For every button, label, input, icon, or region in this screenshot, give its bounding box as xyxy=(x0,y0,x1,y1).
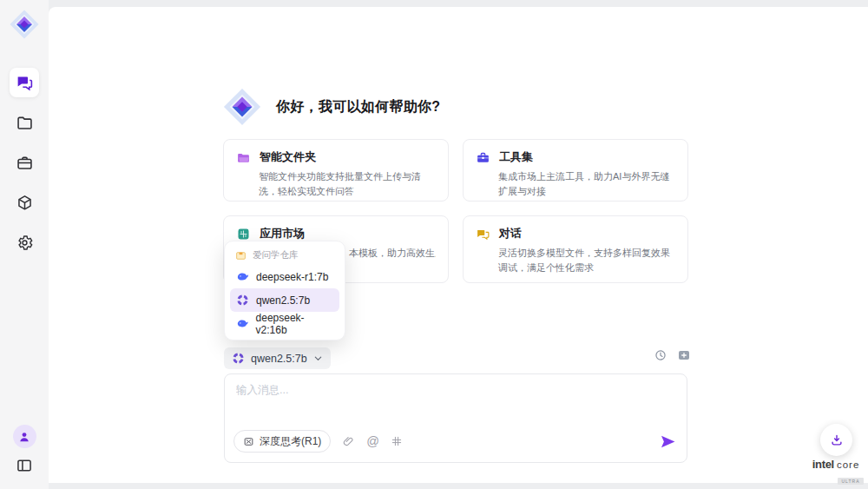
history-button[interactable] xyxy=(653,347,667,362)
model-option-label: deepseek-v2:16b xyxy=(256,312,333,336)
sidebar-item-chat[interactable] xyxy=(10,68,39,97)
intel-brand-text: intel xyxy=(812,458,834,471)
message-input[interactable] xyxy=(236,383,674,426)
composer-toolbar: 深度思考(R1) @ xyxy=(233,430,676,453)
sidebar-item-models[interactable] xyxy=(10,188,39,217)
intel-family-text: core xyxy=(837,459,859,470)
model-option-qwen[interactable]: qwen2.5:7b xyxy=(230,288,339,312)
qwen-icon xyxy=(232,352,245,365)
card-title: 智能文件夹 xyxy=(260,149,316,165)
sidebar-item-toolbox[interactable] xyxy=(10,148,39,177)
user-avatar[interactable] xyxy=(13,425,36,448)
model-dropdown: 爱问学仓库 deepseek-r1:7b qwen2.5:7b deepseek… xyxy=(224,241,345,340)
model-group-header: 爱问学仓库 xyxy=(230,246,339,265)
attach-button[interactable] xyxy=(342,435,355,448)
send-button[interactable] xyxy=(660,433,676,450)
deep-think-toggle[interactable]: 深度思考(R1) xyxy=(233,430,331,453)
toolset-icon xyxy=(476,150,490,165)
folder-icon xyxy=(16,114,34,132)
user-icon xyxy=(17,430,31,444)
intel-tier-label: ULTRA xyxy=(838,478,863,485)
card-description: 智能文件夹功能支持批量文件上传与清洗，轻松实现文件问答 xyxy=(259,169,436,199)
repository-icon xyxy=(235,250,247,261)
model-group-label: 爱问学仓库 xyxy=(253,249,299,261)
sidebar-toggle[interactable] xyxy=(13,454,36,477)
mention-button[interactable]: @ xyxy=(366,435,379,448)
gem-logo-icon xyxy=(9,9,40,40)
model-option-label: qwen2.5:7b xyxy=(256,294,310,307)
card-title: 工具集 xyxy=(499,149,533,165)
at-icon: @ xyxy=(366,435,379,448)
model-selector-value: qwen2.5:7b xyxy=(251,353,307,365)
cube-icon xyxy=(16,194,34,212)
chat-actions xyxy=(653,347,691,362)
model-option-label: deepseek-r1:7b xyxy=(256,271,328,283)
history-clock-icon xyxy=(654,348,667,362)
app-window: 你好，我可以如何帮助你? 智能文件夹 智能文件夹功能支持批量文件上传与清洗，轻松… xyxy=(0,0,868,489)
download-button[interactable] xyxy=(820,424,852,456)
greeting-title: 你好，我可以如何帮助你? xyxy=(276,98,440,116)
app-logo xyxy=(7,7,42,42)
sidebar-item-settings[interactable] xyxy=(10,228,39,257)
gem-logo-icon xyxy=(222,87,262,127)
card-title: 对话 xyxy=(499,226,522,241)
deepseek-icon xyxy=(236,317,249,330)
gear-icon xyxy=(16,234,34,252)
new-chat-button[interactable] xyxy=(676,347,691,362)
sidebar-bottom xyxy=(0,425,49,477)
greeting: 你好，我可以如何帮助你? xyxy=(222,87,440,127)
model-option-deepseek-r1[interactable]: deepseek-r1:7b xyxy=(230,265,339,288)
download-icon xyxy=(829,433,845,448)
card-description: 灵活切换多模型文件，支持多样回复效果调试，满足个性化需求 xyxy=(498,246,675,275)
new-chat-plus-icon xyxy=(677,348,691,362)
card-toolset[interactable]: 工具集 集成市场上主流工具，助力AI与外界无缝扩展与对接 xyxy=(463,139,688,202)
app-market-icon xyxy=(236,227,251,241)
deep-think-label: 深度思考(R1) xyxy=(260,434,321,449)
card-dialogue[interactable]: 对话 灵活切换多模型文件，支持多样回复效果调试，满足个性化需求 xyxy=(463,215,688,283)
model-option-deepseek-v2[interactable]: deepseek-v2:16b xyxy=(230,312,339,335)
chevron-down-icon xyxy=(313,354,323,363)
hash-grid-icon xyxy=(391,435,403,447)
prompt-grid-button[interactable] xyxy=(391,435,403,447)
briefcase-icon xyxy=(16,154,34,172)
card-smart-folder[interactable]: 智能文件夹 智能文件夹功能支持批量文件上传与清洗，轻松实现文件问答 xyxy=(223,139,449,202)
paperclip-icon xyxy=(342,435,355,448)
smart-folder-icon xyxy=(236,150,251,165)
chat-icon xyxy=(16,74,34,92)
composer: 深度思考(R1) @ xyxy=(224,373,687,463)
deepseek-icon xyxy=(236,270,249,283)
panel-toggle-icon xyxy=(16,457,33,474)
send-icon xyxy=(660,433,676,450)
intel-core-badge: intel core ULTRA xyxy=(806,458,866,486)
sidebar-item-folders[interactable] xyxy=(10,108,39,137)
dialogue-icon xyxy=(476,227,490,241)
card-title: 应用市场 xyxy=(260,226,305,241)
card-description: 集成市场上主流工具，助力AI与外界无缝扩展与对接 xyxy=(498,169,675,199)
sidebar xyxy=(0,0,49,489)
model-selector[interactable]: qwen2.5:7b xyxy=(224,347,331,369)
deep-think-icon xyxy=(243,436,254,447)
qwen-icon xyxy=(236,294,249,307)
sidebar-nav xyxy=(0,68,49,257)
